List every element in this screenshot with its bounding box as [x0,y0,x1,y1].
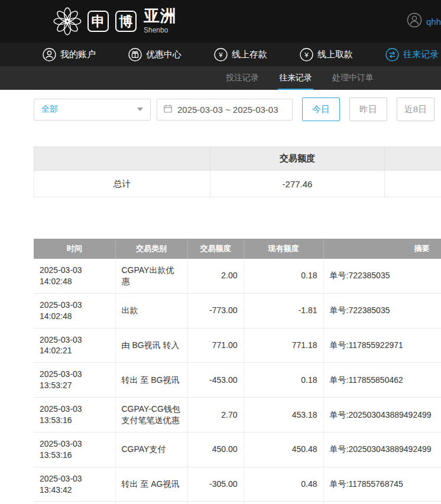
summary-cell: 单号:117855850462 [323,363,441,398]
records-table-container: 时间 交易类别 交易额度 现有额度 摘要 2025-03-03 14:02:48… [34,239,441,504]
summary-total-value: -277.46 [210,171,385,197]
amount-cell: 771.00 [187,328,244,363]
balance-cell: 0.18 [244,259,323,293]
today-button[interactable]: 今日 [302,97,340,121]
username-text: qhh [426,17,441,27]
time-cell: 2025-03-03 13:53:16 [34,398,115,433]
amount-cell: 2.70 [187,398,244,433]
nav-item-transactions[interactable]: 往来记录 [385,48,439,61]
brand-subtitle: Shenbo [144,26,177,34]
nav-item-label: 优惠中心 [146,49,181,60]
avatar-icon [407,12,422,30]
col-header-balance: 现有额度 [244,239,323,259]
brand-char-bo: 博 [115,11,137,32]
amount-cell: -305.00 [187,467,244,502]
records-table: 时间 交易类别 交易额度 现有额度 摘要 2025-03-03 14:02:48… [34,239,441,504]
col-header-time: 时间 [34,239,115,259]
col-header-amount: 交易额度 [187,239,244,259]
col-header-type: 交易类别 [115,239,187,259]
date-range-input[interactable]: 2025-03-03 ~ 2025-03-03 [157,99,293,121]
chevron-down-icon [137,108,143,111]
brand-char-shen: 申 [87,11,109,32]
balance-cell: 0.18 [244,363,323,398]
time-cell: 2025-03-03 13:53:27 [34,363,115,398]
summary-header-empty2 [385,147,441,171]
time-cell: 2025-03-03 14:02:21 [34,328,115,363]
balance-cell: 771.18 [244,328,323,363]
brand-logo: 申 博 亚洲 Shenbo [52,6,177,37]
table-row: 2025-03-03 13:53:16 CGPAY支付 450.00 450.4… [34,432,441,467]
summary-header-amount: 交易额度 [210,147,385,171]
nav-item-promotions[interactable]: 优惠中心 [128,48,181,61]
type-cell: 出款 [115,293,187,328]
brand-region: 亚洲 [144,8,177,24]
table-row: 2025-03-03 13:53:16 CGPAY-CG钱包支付笔笔送优惠 2.… [34,398,441,433]
summary-cell: 单号:722385035 [323,259,441,293]
balance-cell: 453.18 [244,398,323,433]
table-row: 2025-03-03 14:02:48 CGPAY出款优惠 2.00 0.18 … [34,259,441,293]
calendar-icon [163,104,173,115]
table-row: 2025-03-03 14:02:48 出款 -773.00 -1.81 单号:… [34,293,441,328]
type-select[interactable]: 全部 [34,99,151,121]
summary-cell: 单号:202503043889492499 [323,432,441,467]
summary-total-row: 总计 -277.46 [34,171,441,197]
nav-item-withdraw[interactable]: ¥ 线上取款 [300,48,353,61]
type-cell: CGPAY支付 [115,432,187,467]
yesterday-button[interactable]: 昨日 [349,97,387,121]
records-header-row: 时间 交易类别 交易额度 现有额度 摘要 [34,239,441,259]
type-cell: 由 BG视讯 转入 [115,328,187,363]
nav-item-label: 我的账户 [60,49,96,60]
user-icon [43,48,56,61]
table-row: 2025-03-03 13:53:27 转出 至 BG视讯 -453.00 0.… [34,363,441,398]
svg-text:¥: ¥ [218,51,223,58]
time-cell: 2025-03-03 14:02:48 [34,259,115,293]
balance-cell: 0.48 [244,467,323,502]
summary-cell: 单号:117855759010 [323,502,441,504]
summary-total-empty [385,171,441,197]
type-cell: 转出 至 BG视讯 [115,363,187,398]
col-header-summary: 摘要 [323,239,441,259]
record-tabbar: 投注记录 往来记录 处理中订单 [0,66,441,90]
deposit-coin-icon: ¥ [214,48,228,61]
summary-table-container: 交易额度 总计 -277.46 [34,147,441,197]
transfer-icon [385,48,399,61]
summary-table: 交易额度 总计 -277.46 [34,147,441,197]
type-select-value: 全部 [34,104,137,115]
summary-cell: 单号:202503043889492499 [323,398,441,433]
summary-cell: 单号:117855922971 [323,328,441,363]
type-cell: 转出 至 AG视讯 [115,467,187,502]
app-header: 申 博 亚洲 Shenbo qhh [0,0,441,43]
lotus-flower-icon [52,6,83,37]
balance-cell: 450.48 [244,432,323,467]
date-range-value: 2025-03-03 ~ 2025-03-03 [177,105,278,115]
filter-row: 全部 2025-03-03 ~ 2025-03-03 今日 昨日 近8日 [34,97,441,122]
amount-cell: 450.00 [187,432,244,467]
nav-item-label: 往来记录 [403,49,439,60]
time-cell: 2025-03-03 14:02:48 [34,293,115,328]
tab-pending-orders[interactable]: 处理中订单 [331,66,375,90]
tab-transaction-records[interactable]: 往来记录 [278,66,313,90]
type-cell: CGPAY-CG钱包支付笔笔送优惠 [115,398,187,433]
summary-header-row: 交易额度 [34,147,441,171]
summary-header-empty [34,147,210,171]
time-cell: 2025-03-03 13:42:35 [34,502,115,504]
quick-range-group: 今日 昨日 近8日 [302,97,434,121]
time-cell: 2025-03-03 13:53:16 [34,432,115,467]
amount-cell: -773.00 [187,293,244,328]
summary-cell: 单号:117855768745 [323,467,441,502]
time-cell: 2025-03-03 13:43:42 [34,467,115,502]
table-row: 2025-03-03 14:02:21 由 BG视讯 转入 771.00 771… [34,328,441,363]
nav-item-account[interactable]: 我的账户 [43,48,96,61]
gift-icon [128,48,142,61]
last8days-button[interactable]: 近8日 [397,97,434,121]
amount-cell: -453.00 [187,363,244,398]
type-cell: CGPAY出款优惠 [115,259,187,293]
nav-item-label: 线上取款 [317,49,353,60]
balance-cell: 305.48 [244,502,323,504]
summary-total-label: 总计 [34,171,210,197]
nav-item-deposit[interactable]: ¥ 线上存款 [214,48,267,61]
tab-bet-records[interactable]: 投注记录 [225,66,260,90]
summary-cell: 单号:722385035 [323,293,441,328]
table-row: 2025-03-03 13:42:35 由 AG视讯 转入 305.00 305… [34,502,441,504]
user-account[interactable]: qhh [407,12,441,30]
